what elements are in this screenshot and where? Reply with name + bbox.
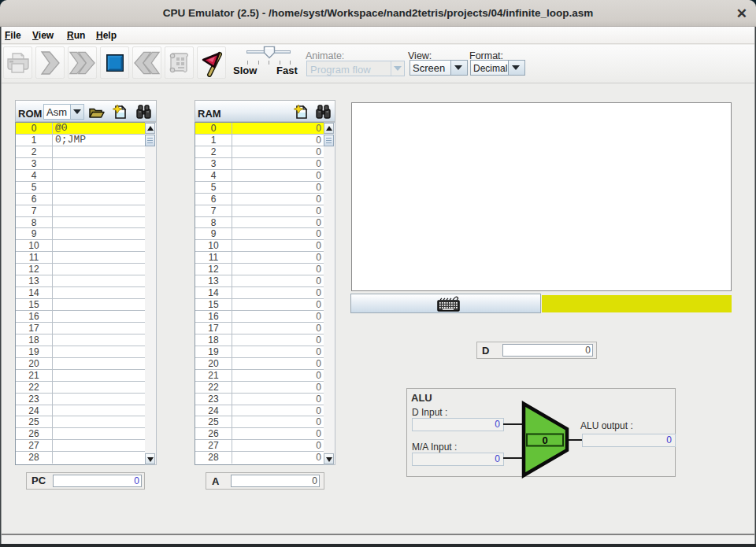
svg-text:0: 0 [542,434,547,446]
